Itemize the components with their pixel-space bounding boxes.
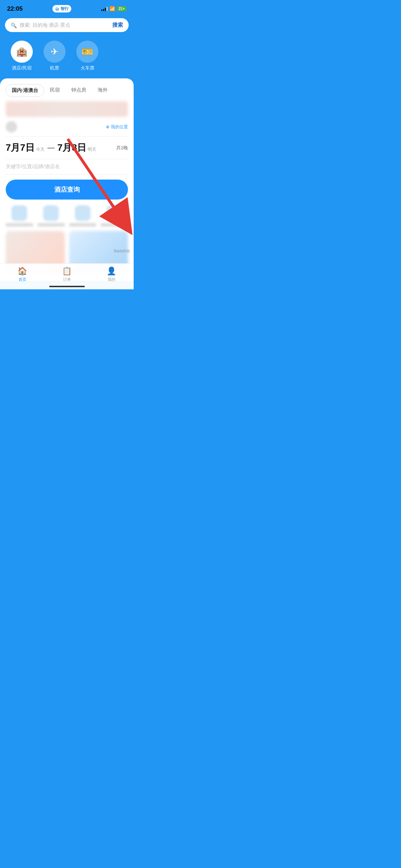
hotel-icon: 🏨 — [16, 46, 27, 57]
flight-icon-circle: ✈ — [43, 41, 66, 63]
checkin-day: 7月7日 — [6, 141, 35, 154]
bottom-nav-home[interactable]: 🏠 首页 — [0, 267, 45, 282]
checkin-date[interactable]: 7月7日 今天 — [6, 141, 45, 154]
checkout-note: 明天 — [88, 146, 96, 153]
grid-item-3 — [69, 205, 97, 227]
orders-nav-icon: 📋 — [62, 267, 72, 276]
location-icon: ⊕ — [106, 124, 109, 129]
search-button[interactable]: 搜索 — [112, 22, 123, 29]
tab-minsu[interactable]: 民宿 — [44, 84, 66, 97]
location-avatar — [6, 121, 17, 133]
home-nav-icon: 🏠 — [17, 267, 27, 276]
location-left — [6, 121, 17, 133]
app-badge: 🗂 智行 — [52, 5, 71, 12]
hotel-label: 酒店/民宿 — [12, 65, 32, 71]
grid-item-4 — [101, 205, 128, 227]
search-icon: 🔍 — [11, 22, 17, 28]
wifi-icon: 📶 — [109, 6, 115, 11]
tab-overseas[interactable]: 海外 — [92, 84, 113, 97]
home-nav-label: 首页 — [19, 277, 26, 282]
location-row: ⊕ 我的位置 — [6, 121, 128, 136]
app-name: 智行 — [61, 6, 68, 11]
orders-nav-label: 订单 — [63, 277, 71, 282]
search-hotel-button[interactable]: 酒店查询 — [6, 180, 128, 200]
hotel-tabs: 国内·港澳台 民宿 钟点房 海外 — [0, 78, 134, 97]
bottom-nav-orders[interactable]: 📋 订单 — [45, 267, 89, 282]
grid-item-1 — [6, 205, 33, 227]
my-location-label: 我的位置 — [111, 124, 128, 130]
status-right: 📶 21+ — [101, 6, 127, 11]
date-dash: — — [47, 144, 55, 152]
watermark: Baidu经验 — [114, 249, 130, 254]
status-time: 22:05 — [7, 5, 22, 12]
home-indicator — [49, 286, 85, 287]
profile-nav-label: 我的 — [108, 277, 115, 282]
date-row[interactable]: 7月7日 今天 — 7月8日 明天 共1晚 — [6, 141, 128, 159]
flight-icon: ✈ — [51, 46, 58, 57]
keyword-placeholder: 关键字/位置/品牌/酒店名 — [6, 164, 60, 169]
bottom-nav-profile[interactable]: 👤 我的 — [89, 267, 134, 282]
signal-icon — [101, 7, 108, 11]
checkin-note: 今天 — [36, 146, 45, 153]
checkout-day: 7月8日 — [57, 141, 86, 154]
checkout-date[interactable]: 7月8日 明天 — [57, 141, 96, 154]
train-icon: 🎫 — [82, 46, 93, 57]
hotel-icon-circle: 🏨 — [11, 41, 33, 63]
battery-indicator: 21+ — [117, 6, 127, 11]
nav-item-hotel[interactable]: 🏨 酒店/民宿 — [11, 41, 33, 71]
search-bar[interactable]: 🔍 搜索: 目的地·酒店·景点 搜索 — [5, 18, 129, 32]
nav-item-flight[interactable]: ✈ 机票 — [43, 41, 66, 71]
grid-item-2 — [37, 205, 65, 227]
date-range[interactable]: 7月7日 今天 — 7月8日 明天 — [6, 141, 96, 154]
nav-item-train[interactable]: 🎫 火车票 — [76, 41, 98, 71]
tab-domestic[interactable]: 国内·港澳台 — [6, 84, 44, 97]
my-location-btn[interactable]: ⊕ 我的位置 — [106, 124, 128, 130]
profile-nav-icon: 👤 — [107, 267, 116, 276]
features-grid-blurred — [6, 205, 128, 227]
search-placeholder: 搜索: 目的地·酒店·景点 — [20, 22, 70, 29]
flight-label: 机票 — [50, 65, 59, 71]
train-label: 火车票 — [81, 65, 94, 71]
status-bar: 22:05 🗂 智行 📶 21+ — [0, 0, 134, 15]
keyword-field[interactable]: 关键字/位置/品牌/酒店名 — [6, 164, 128, 175]
nav-icons-section: 🏨 酒店/民宿 ✈ 机票 🎫 火车票 — [0, 35, 134, 75]
nights-count: 共1晚 — [116, 145, 128, 151]
search-input-area[interactable]: 🔍 搜索: 目的地·酒店·景点 — [11, 22, 70, 29]
status-center: 🗂 智行 — [52, 5, 71, 12]
destination-field-blurred[interactable] — [6, 101, 128, 117]
train-icon-circle: 🎫 — [76, 41, 98, 63]
tab-hourly[interactable]: 钟点房 — [66, 84, 92, 97]
app-icon: 🗂 — [55, 7, 59, 11]
